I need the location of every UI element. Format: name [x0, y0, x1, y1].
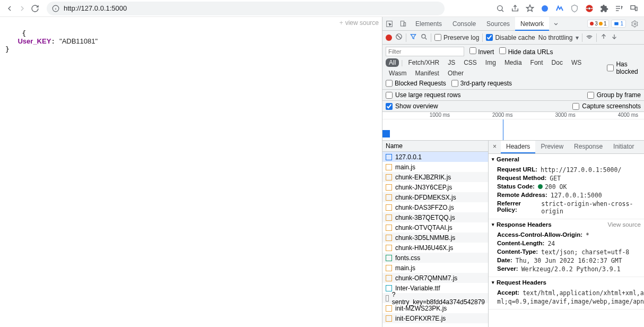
third-party-checkbox[interactable]: 3rd-party requests: [451, 80, 512, 87]
section-general[interactable]: General: [489, 154, 644, 165]
filter-chip-css[interactable]: CSS: [460, 58, 480, 67]
detail-tab-preview[interactable]: Preview: [535, 141, 569, 153]
request-name: chunk-OR7QMNM7.js: [395, 274, 457, 282]
filter-chip-img[interactable]: Img: [482, 58, 499, 67]
request-row[interactable]: ?sentry_key=b8fdd4a374d542879: [382, 293, 488, 303]
header-row: Referrer Policy:strict-origin-when-cross…: [497, 200, 644, 216]
filter-toggle-icon[interactable]: [410, 33, 417, 42]
file-js-icon: [386, 225, 392, 231]
file-js-icon: [386, 305, 392, 312]
header-row: Remote Address:127.0.0.1:5000: [497, 191, 644, 200]
playlist-icon[interactable]: [612, 2, 626, 15]
filter-chip-doc[interactable]: Doc: [549, 58, 566, 67]
devices-icon[interactable]: [627, 2, 641, 15]
group-by-frame-checkbox[interactable]: Group by frame: [587, 91, 641, 99]
filter-chip-manifest[interactable]: Manifest: [412, 69, 442, 78]
inspect-element-icon[interactable]: [382, 17, 396, 31]
reqlist-header[interactable]: Name: [382, 141, 488, 152]
forward-button[interactable]: [16, 2, 29, 15]
filter-chip-media[interactable]: Media: [501, 58, 525, 67]
filter-chip-ws[interactable]: WS: [568, 58, 585, 67]
network-conditions-icon[interactable]: [586, 33, 593, 42]
throttling-select[interactable]: No throttling: [538, 34, 573, 41]
file-js-icon: [386, 194, 392, 201]
show-overview-checkbox[interactable]: Show overview: [386, 102, 438, 110]
request-row[interactable]: 127.0.0.1: [382, 152, 488, 162]
invert-checkbox[interactable]: Invert: [469, 47, 494, 56]
import-har-icon[interactable]: [600, 33, 607, 42]
file-js-icon: [386, 164, 392, 170]
devtools-tab-network[interactable]: Network: [515, 17, 549, 31]
section-response-headers[interactable]: Response HeadersView source: [489, 219, 644, 230]
preserve-log-checkbox[interactable]: Preserve log: [434, 34, 479, 41]
disable-cache-checkbox[interactable]: Disable cache: [486, 34, 535, 41]
more-tabs-icon[interactable]: [549, 17, 563, 31]
file-js-icon: [386, 174, 392, 180]
search-icon[interactable]: [420, 33, 428, 42]
close-details-icon[interactable]: ×: [489, 141, 501, 153]
ext3-icon[interactable]: [568, 2, 581, 15]
request-row[interactable]: chunk-JN3Y6CEP.js: [382, 182, 488, 192]
json-value: "ADB11081": [59, 37, 98, 45]
ext2-icon[interactable]: [553, 2, 567, 15]
timeline-overview[interactable]: 1000 ms2000 ms3000 ms4000 ms: [382, 112, 644, 141]
request-row[interactable]: chunk-DFDMEKSX.js: [382, 192, 488, 202]
filter-chip-all[interactable]: All: [386, 58, 399, 67]
request-row[interactable]: main.js: [382, 263, 488, 273]
request-row[interactable]: chunk-OTVQTAAI.js: [382, 222, 488, 233]
throttling-chevron-icon[interactable]: ▾: [576, 34, 579, 41]
view-source-link[interactable]: View source: [608, 221, 641, 228]
request-row[interactable]: fonts.css: [382, 253, 488, 263]
reload-button[interactable]: [29, 2, 41, 15]
request-row[interactable]: chunk-HMJ6U46X.js: [382, 243, 488, 253]
request-row[interactable]: main.js: [382, 162, 488, 172]
request-name: chunk-HMJ6U46X.js: [395, 244, 453, 252]
section-request-headers[interactable]: Request Headers: [489, 277, 644, 288]
filter-chip-other[interactable]: Other: [445, 69, 467, 78]
svg-line-20: [397, 35, 401, 39]
filter-chip-js[interactable]: JS: [445, 58, 458, 67]
capture-screenshots-checkbox[interactable]: Capture screenshots: [572, 102, 641, 110]
filter-chip-fetchxhr[interactable]: Fetch/XHR: [405, 58, 442, 67]
zoom-icon[interactable]: [493, 2, 507, 15]
detail-tab-response[interactable]: Response: [569, 141, 608, 153]
export-har-icon[interactable]: [611, 33, 618, 42]
request-row[interactable]: chunk-EKJBZRIK.js: [382, 172, 488, 182]
devtools-tab-elements[interactable]: Elements: [410, 17, 447, 31]
filter-chip-wasm[interactable]: Wasm: [386, 69, 410, 78]
detail-tab-initiator[interactable]: Initiator: [608, 141, 639, 153]
timeline-tick: 4000 ms: [618, 112, 638, 118]
header-row: Server:Werkzeug/2.0.2 Python/3.9.1: [497, 265, 644, 273]
request-row[interactable]: init-EOFKXR7E.js: [382, 313, 488, 323]
omnibox[interactable]: http://127.0.0.1:5000: [47, 2, 445, 15]
record-button[interactable]: [386, 35, 392, 41]
svg-rect-13: [636, 7, 637, 11]
request-details: × HeadersPreviewResponseInitiatorTiming …: [489, 141, 644, 327]
blocked-requests-checkbox[interactable]: Blocked Requests: [386, 80, 446, 87]
device-toggle-icon[interactable]: [396, 17, 410, 31]
hide-data-urls-checkbox[interactable]: Hide data URLs: [499, 47, 553, 56]
hidden-msg-badge[interactable]: 1: [611, 20, 626, 28]
filter-input[interactable]: [386, 47, 464, 56]
settings-gear-icon[interactable]: [628, 17, 642, 31]
detail-tab-headers[interactable]: Headers: [501, 141, 535, 153]
ext1-icon[interactable]: [538, 2, 552, 15]
filter-chip-font[interactable]: Font: [527, 58, 546, 67]
large-rows-checkbox[interactable]: Use large request rows: [386, 91, 460, 99]
devtools-tab-console[interactable]: Console: [447, 17, 481, 31]
detail-tab-timing[interactable]: Timing: [639, 141, 644, 153]
extensions-icon[interactable]: [597, 2, 611, 15]
devtools-tab-sources[interactable]: Sources: [481, 17, 515, 31]
request-row[interactable]: chunk-OR7QMNM7.js: [382, 273, 488, 283]
view-source-link[interactable]: +view source: [340, 19, 379, 27]
back-button[interactable]: [3, 2, 16, 15]
request-row[interactable]: chunk-DAS3FFZO.js: [382, 202, 488, 212]
error-count-badge[interactable]: 3 1: [587, 20, 609, 28]
has-blocked-checkbox[interactable]: Has blocked: [607, 61, 641, 75]
ext4-icon[interactable]: [582, 2, 596, 15]
request-row[interactable]: chunk-3D5LNMMB.js: [382, 233, 488, 243]
request-row[interactable]: chunk-3B7QETQQ.js: [382, 212, 488, 222]
clear-button[interactable]: [395, 33, 403, 42]
share-icon[interactable]: [508, 2, 522, 15]
bookmark-icon[interactable]: [523, 2, 537, 15]
